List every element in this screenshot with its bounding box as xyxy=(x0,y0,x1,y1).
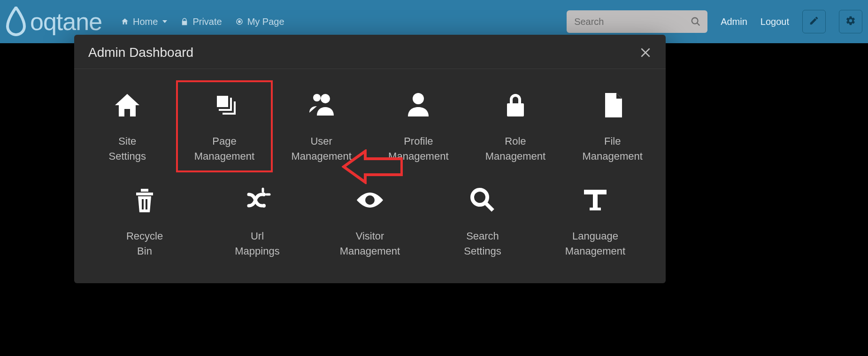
modal-header: Admin Dashboard xyxy=(74,35,666,69)
nav-item-home[interactable]: Home xyxy=(121,16,167,27)
target-icon xyxy=(235,17,244,26)
admin-dashboard-modal: Admin Dashboard Site Settings Page Manag xyxy=(74,35,666,283)
svg-rect-23 xyxy=(593,190,598,210)
svg-rect-16 xyxy=(141,189,148,192)
svg-point-17 xyxy=(262,193,266,196)
dash-item-label: File Management xyxy=(582,134,642,164)
svg-rect-15 xyxy=(146,199,147,209)
brand-logo[interactable]: oqtane xyxy=(5,7,102,37)
close-button[interactable] xyxy=(639,46,652,59)
dash-item-visitor-management[interactable]: Visitor Management xyxy=(314,175,426,267)
admin-link[interactable]: Admin xyxy=(721,16,747,27)
dash-item-label: Language Management xyxy=(565,229,625,259)
svg-point-9 xyxy=(321,94,330,103)
nav-right: Admin Logout xyxy=(567,10,862,33)
file-icon xyxy=(596,89,629,122)
dash-item-label: Role Management xyxy=(485,134,545,164)
dash-item-role-management[interactable]: Role Management xyxy=(467,80,564,172)
nav-item-private[interactable]: Private xyxy=(180,16,222,27)
dash-item-recycle-bin[interactable]: Recycle Bin xyxy=(88,175,201,267)
users-icon xyxy=(305,89,338,122)
svg-point-18 xyxy=(262,204,266,208)
dash-item-language-management[interactable]: Language Management xyxy=(539,175,652,267)
svg-line-21 xyxy=(485,203,493,210)
dash-item-label: User Management xyxy=(291,134,351,164)
dash-item-profile-management[interactable]: Profile Management xyxy=(370,80,467,172)
svg-point-1 xyxy=(238,21,240,23)
svg-line-3 xyxy=(697,23,700,26)
svg-rect-6 xyxy=(217,96,228,107)
svg-point-2 xyxy=(692,18,698,24)
home-solid-icon xyxy=(111,89,144,122)
dashboard-grid-row1: Site Settings Page Management xyxy=(74,69,666,172)
search-input[interactable] xyxy=(567,10,707,33)
brand-drop-icon xyxy=(5,7,27,37)
dash-item-site-settings[interactable]: Site Settings xyxy=(79,80,176,172)
svg-rect-12 xyxy=(507,103,524,116)
eye-icon xyxy=(353,184,386,217)
brand-text: oqtane xyxy=(30,8,102,36)
dash-item-label: Profile Management xyxy=(388,134,448,164)
svg-rect-13 xyxy=(136,193,153,195)
settings-button[interactable] xyxy=(839,10,862,33)
search-icon[interactable] xyxy=(691,16,701,27)
nav-item-mypage[interactable]: My Page xyxy=(235,16,284,27)
svg-rect-24 xyxy=(590,208,601,210)
dash-item-url-mappings[interactable]: Url Mappings xyxy=(201,175,314,267)
dash-item-label: Search Settings xyxy=(464,229,501,259)
svg-point-11 xyxy=(413,93,424,104)
svg-point-10 xyxy=(313,94,321,101)
dash-item-page-management[interactable]: Page Management xyxy=(176,80,273,172)
search-icon xyxy=(466,184,499,217)
dash-item-user-management[interactable]: User Management xyxy=(273,80,370,172)
dash-item-search-settings[interactable]: Search Settings xyxy=(426,175,539,267)
dash-item-label: Page Management xyxy=(194,134,254,164)
svg-point-20 xyxy=(472,190,487,205)
dash-item-label: Recycle Bin xyxy=(126,229,163,259)
gear-icon xyxy=(845,15,856,28)
random-icon xyxy=(241,184,274,217)
search-box xyxy=(567,10,707,33)
home-icon xyxy=(121,17,129,26)
nav-links: Home Private My Page xyxy=(121,16,284,27)
chevron-down-icon xyxy=(162,20,167,23)
pencil-icon xyxy=(809,15,819,28)
layers-icon xyxy=(208,89,241,122)
dash-item-file-management[interactable]: File Management xyxy=(564,80,661,172)
svg-point-19 xyxy=(368,198,372,202)
nav-item-label: Private xyxy=(192,16,222,27)
dash-item-label: Url Mappings xyxy=(235,229,279,259)
lock-icon xyxy=(180,17,189,26)
dash-item-label: Site Settings xyxy=(109,134,146,164)
dashboard-grid-row2: Recycle Bin Url Mappings xyxy=(74,172,666,267)
type-icon xyxy=(579,184,612,217)
nav-item-label: My Page xyxy=(247,16,284,27)
lock-solid-icon xyxy=(499,89,532,122)
logout-link[interactable]: Logout xyxy=(760,16,789,27)
trash-icon xyxy=(128,184,161,217)
modal-title: Admin Dashboard xyxy=(88,45,193,60)
nav-item-label: Home xyxy=(133,16,158,27)
svg-rect-14 xyxy=(142,199,144,209)
person-icon xyxy=(402,89,435,122)
dash-item-label: Visitor Management xyxy=(340,229,400,259)
edit-button[interactable] xyxy=(802,10,826,33)
close-icon xyxy=(639,52,652,60)
